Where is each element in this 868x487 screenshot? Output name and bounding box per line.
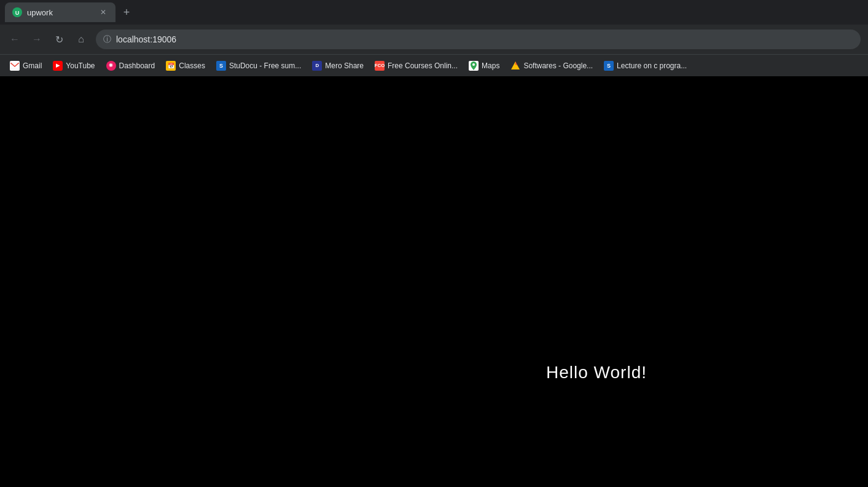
bookmark-gmail[interactable]: Gmail	[5, 58, 47, 74]
gmail-favicon	[10, 61, 20, 71]
softwares-favicon	[510, 61, 520, 71]
bookmark-dashboard-label: Dashboard	[119, 61, 155, 70]
forward-button[interactable]: →	[27, 30, 47, 49]
bookmark-youtube[interactable]: ▶ YouTube	[48, 58, 100, 74]
maps-favicon	[469, 61, 479, 71]
hello-world-text: Hello World!	[546, 363, 647, 382]
refresh-button[interactable]: ↻	[49, 30, 69, 49]
security-icon: ⓘ	[103, 34, 111, 45]
bookmark-youtube-label: YouTube	[66, 61, 95, 70]
new-tab-button[interactable]: +	[118, 4, 135, 21]
dashboard-favicon: ❋	[106, 61, 116, 71]
home-icon: ⌂	[78, 34, 84, 45]
bookmark-meroshare[interactable]: D Mero Share	[307, 58, 369, 74]
bookmark-softwares[interactable]: Softwares - Google...	[506, 58, 598, 74]
bookmark-classes-label: Classes	[179, 61, 205, 70]
back-button[interactable]: ←	[5, 30, 25, 49]
forward-icon: →	[32, 34, 42, 45]
meroshare-favicon: D	[312, 61, 322, 71]
tab-close-button[interactable]: ✕	[98, 7, 108, 17]
bookmark-studocu-label: StuDocu - Free sum...	[229, 61, 301, 70]
home-button[interactable]: ⌂	[71, 30, 91, 49]
bookmark-fco[interactable]: FCO Free Courses Onlin...	[370, 58, 463, 74]
svg-point-3	[472, 63, 475, 66]
bookmarks-bar: Gmail ▶ YouTube ❋ Dashboard 📅 Classes S …	[0, 54, 868, 76]
lecture-favicon: S	[604, 61, 614, 71]
youtube-favicon: ▶	[53, 61, 63, 71]
bookmark-lecture[interactable]: S Lecture on c progra...	[599, 58, 692, 74]
bookmark-classes[interactable]: 📅 Classes	[161, 58, 210, 74]
bookmark-meroshare-label: Mero Share	[325, 61, 364, 70]
bookmark-maps[interactable]: Maps	[464, 58, 504, 74]
address-bar[interactable]: ⓘ localhost:19006	[96, 30, 861, 49]
nav-bar: ← → ↻ ⌂ ⓘ localhost:19006	[0, 25, 868, 54]
active-tab[interactable]: U upwork ✕	[5, 2, 115, 22]
bookmark-maps-label: Maps	[482, 61, 499, 70]
fco-favicon: FCO	[375, 61, 385, 71]
tab-bar: U upwork ✕ +	[0, 0, 868, 25]
address-host: localhost:19006	[116, 34, 176, 44]
address-text: localhost:19006	[116, 34, 853, 44]
tab-title: upwork	[27, 8, 93, 17]
page-content: Hello World!	[0, 76, 868, 487]
back-icon: ←	[10, 34, 20, 45]
studocu-favicon: S	[216, 61, 226, 71]
classes-favicon: 📅	[166, 61, 176, 71]
bookmark-gmail-label: Gmail	[23, 61, 42, 70]
bookmark-fco-label: Free Courses Onlin...	[388, 61, 458, 70]
bookmark-dashboard[interactable]: ❋ Dashboard	[101, 58, 160, 74]
browser-frame: U upwork ✕ + ← → ↻ ⌂ ⓘ localhost:19006	[0, 0, 868, 76]
bookmark-softwares-label: Softwares - Google...	[523, 61, 593, 70]
tab-favicon: U	[12, 7, 22, 17]
svg-text:U: U	[15, 10, 20, 16]
refresh-icon: ↻	[55, 34, 63, 46]
bookmark-studocu[interactable]: S StuDocu - Free sum...	[211, 58, 306, 74]
bookmark-lecture-label: Lecture on c progra...	[617, 61, 687, 70]
